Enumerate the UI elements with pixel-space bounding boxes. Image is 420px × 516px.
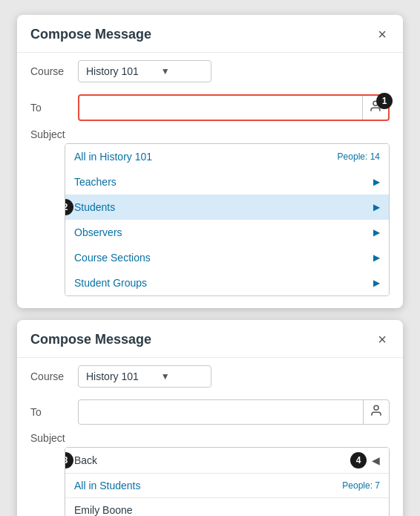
modal-1-header: Compose Message ×	[17, 15, 403, 53]
all-students-count: People: 7	[342, 480, 380, 491]
modal-1-title: Compose Message	[30, 27, 151, 42]
observers-item[interactable]: Observers ▶	[65, 220, 389, 245]
badge-4: 4	[350, 452, 367, 468]
students-label: Students	[74, 201, 115, 213]
subject-row-2: Subject	[17, 429, 403, 447]
compose-message-modal-1: Compose Message × Course History 101 ▼ T…	[17, 15, 403, 308]
course-row-1: Course History 101 ▼	[17, 53, 403, 90]
course-select-value-2: History 101	[86, 370, 139, 382]
teachers-item[interactable]: Teachers ▶	[65, 169, 389, 195]
badge-3: 3	[65, 452, 73, 468]
student-groups-item[interactable]: Student Groups ▶	[65, 270, 389, 295]
student-groups-label: Student Groups	[74, 277, 147, 289]
to-input-wrapper-1: 1	[78, 94, 390, 121]
student-emily-boone[interactable]: Emily Boone	[65, 498, 389, 516]
to-row-1: To 1	[17, 90, 403, 125]
student-name: Emily Boone	[74, 504, 133, 516]
subject-label-1: Subject	[30, 128, 69, 140]
course-select-2[interactable]: History 101 ▼	[78, 365, 211, 388]
course-sections-item[interactable]: Course Sections ▶	[65, 245, 389, 270]
badge-2: 2	[65, 199, 73, 215]
modal-2-close-button[interactable]: ×	[375, 330, 390, 348]
all-in-course-count: People: 14	[338, 151, 380, 162]
course-label-2: Course	[30, 370, 69, 382]
observers-chevron: ▶	[373, 227, 380, 238]
subject-row-1: Subject	[17, 125, 403, 143]
modal-1-close-button[interactable]: ×	[375, 25, 390, 43]
to-input-wrapper-2	[78, 399, 390, 425]
back-label: Back	[74, 454, 97, 466]
course-select-1[interactable]: History 101 ▼	[78, 60, 211, 82]
modal-2-header: Compose Message ×	[17, 320, 403, 358]
all-students-label: All in Students	[74, 480, 342, 491]
to-input-2[interactable]	[79, 402, 363, 422]
address-book-button-1[interactable]: 1	[362, 96, 388, 120]
student-groups-chevron: ▶	[373, 278, 380, 288]
to-input-1[interactable]	[79, 97, 362, 118]
course-sections-label: Course Sections	[74, 252, 151, 264]
all-in-course-label: All in History 101	[74, 151, 152, 163]
course-select-value-1: History 101	[86, 65, 139, 77]
course-select-arrow-2: ▼	[161, 371, 170, 382]
badge-1: 1	[376, 93, 393, 109]
course-label-1: Course	[30, 65, 69, 77]
course-select-arrow-1: ▼	[161, 66, 170, 76]
subject-label-2: Subject	[30, 432, 69, 444]
back-button[interactable]: 3 Back 4 ◀	[65, 448, 389, 474]
course-row-2: Course History 101 ▼	[17, 358, 403, 395]
students-chevron: ▶	[373, 202, 380, 212]
svg-point-1	[374, 405, 378, 410]
back-chevron-icon: ◀	[372, 454, 380, 466]
to-label-2: To	[30, 406, 69, 418]
modal-2-title: Compose Message	[30, 332, 151, 347]
to-label-1: To	[30, 102, 69, 114]
teachers-chevron: ▶	[373, 177, 380, 187]
compose-message-modal-2: Compose Message × Course History 101 ▼ T…	[17, 320, 403, 516]
course-sections-chevron: ▶	[373, 252, 380, 263]
students-item[interactable]: 2 Students ▶	[65, 195, 389, 220]
address-book-icon-2	[370, 404, 383, 420]
recipients-dropdown-1: All in History 101 People: 14 Teachers ▶…	[65, 143, 390, 296]
teachers-label: Teachers	[74, 176, 117, 188]
address-book-button-2[interactable]	[363, 400, 389, 424]
to-row-2: To	[17, 395, 403, 429]
all-in-course-item[interactable]: All in History 101 People: 14	[65, 144, 389, 169]
observers-label: Observers	[74, 226, 122, 238]
students-dropdown-2: 3 Back 4 ◀ All in Students People: 7 Emi…	[65, 447, 390, 516]
all-students-item[interactable]: All in Students People: 7	[65, 474, 389, 498]
